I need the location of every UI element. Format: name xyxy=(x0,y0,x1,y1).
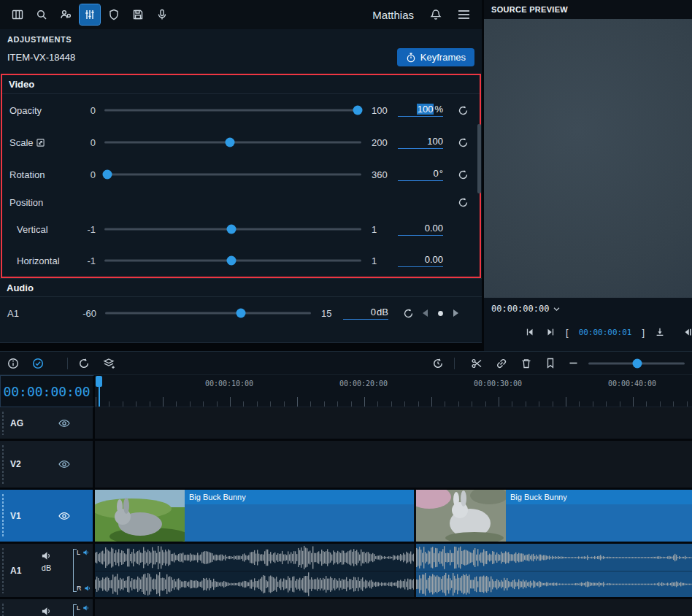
drag-handle-icon[interactable] xyxy=(1,603,4,616)
drag-handle-icon[interactable] xyxy=(1,547,4,593)
search-icon[interactable] xyxy=(31,4,52,25)
info-icon[interactable] xyxy=(7,358,19,369)
timeline-ruler[interactable]: 00:00:10:00 00:00:20:00 00:00:30:00 00:0… xyxy=(95,375,692,407)
prev-keyframe-icon[interactable] xyxy=(422,309,428,317)
user-flow-icon[interactable] xyxy=(55,4,76,25)
horizontal-input[interactable]: 0.00 xyxy=(398,254,443,267)
mic-icon[interactable] xyxy=(152,4,172,25)
opacity-slider-handle[interactable] xyxy=(353,106,362,115)
scale-row: Scale 0 200 100 xyxy=(2,126,480,158)
track-v2-lane[interactable] xyxy=(95,441,692,488)
user-name[interactable]: Matthias xyxy=(372,9,414,21)
scale-input[interactable]: 100 xyxy=(398,136,443,149)
playhead[interactable] xyxy=(96,376,102,387)
add-keyframe-icon[interactable] xyxy=(437,310,444,317)
opacity-input[interactable]: 100% xyxy=(398,104,443,117)
track-v2-visibility-eye-icon[interactable] xyxy=(58,458,70,470)
history-icon[interactable] xyxy=(432,358,444,369)
audio-a1-row: A1 -60 15 0dB xyxy=(0,297,482,329)
vertical-input[interactable]: 0.00 xyxy=(398,223,443,236)
zoom-slider-handle[interactable] xyxy=(633,358,642,368)
scale-slider-handle[interactable] xyxy=(226,138,235,147)
a1-gain-slider[interactable] xyxy=(105,307,311,319)
a1-gain-slider-handle[interactable] xyxy=(237,309,246,318)
rotation-reset-button[interactable] xyxy=(453,169,472,180)
scale-max: 200 xyxy=(372,137,398,148)
rotation-input[interactable]: 0° xyxy=(398,168,443,181)
drag-handle-icon[interactable] xyxy=(1,493,4,538)
rotation-slider[interactable] xyxy=(104,169,361,180)
scale-aspect-link-icon[interactable] xyxy=(36,139,45,147)
link-icon[interactable] xyxy=(496,358,507,369)
save-icon[interactable] xyxy=(128,4,148,25)
opacity-row: Opacity 0 100 100% xyxy=(2,94,480,126)
vertical-slider[interactable] xyxy=(104,223,361,235)
panel-scrollbar-thumb[interactable] xyxy=(477,124,481,193)
a1-gain-input[interactable]: 0dB xyxy=(343,307,388,320)
clip-1-thumbnail xyxy=(95,490,185,542)
vertical-slider-handle[interactable] xyxy=(226,225,236,234)
keyframes-button[interactable]: Keyframes xyxy=(397,48,474,66)
menu-icon[interactable] xyxy=(458,9,470,20)
horizontal-slider[interactable] xyxy=(104,255,361,266)
timeline-zoom-slider[interactable] xyxy=(588,358,685,369)
chevron-down-icon[interactable] xyxy=(553,307,560,312)
marker-flag-icon[interactable] xyxy=(545,358,555,369)
a1-max: 15 xyxy=(321,308,343,319)
go-to-in-icon[interactable] xyxy=(683,327,692,337)
audio-clip-1[interactable] xyxy=(95,544,414,597)
preview-timecode[interactable]: 00:00:00:00 xyxy=(491,304,549,314)
keyframe-nav xyxy=(422,309,474,317)
delete-icon[interactable] xyxy=(520,358,532,369)
skip-to-end-icon[interactable] xyxy=(545,327,555,337)
zoom-out-icon[interactable] xyxy=(569,358,578,368)
scale-slider[interactable] xyxy=(104,136,361,148)
position-horizontal-row: Horizontal -1 1 0.00 xyxy=(2,245,480,277)
layout-columns-icon[interactable] xyxy=(7,4,28,25)
track-a1-speaker-icon[interactable] xyxy=(41,550,52,561)
next-keyframe-icon[interactable] xyxy=(453,309,459,317)
video-clip-2[interactable]: Big Buck Bunny xyxy=(416,490,692,542)
opacity-reset-button[interactable] xyxy=(453,105,472,116)
track-a1-header[interactable]: A1 dB L R xyxy=(0,544,95,597)
audio-section-header: Audio xyxy=(0,278,482,297)
track-a2-header[interactable]: L R xyxy=(0,599,95,616)
notifications-bell-icon[interactable] xyxy=(430,9,442,20)
track-ag-lane[interactable] xyxy=(95,407,692,439)
track-a2-speaker-icon[interactable] xyxy=(41,606,52,616)
rotation-slider-handle[interactable] xyxy=(102,170,112,180)
track-a2-lane[interactable] xyxy=(95,599,692,616)
cut-icon[interactable] xyxy=(471,358,483,369)
topbar-right-cluster: Matthias xyxy=(372,9,474,21)
source-preview-title: SOURCE PREVIEW xyxy=(484,0,692,19)
db-label: dB xyxy=(42,563,51,572)
track-ag-header[interactable]: AG xyxy=(0,407,95,439)
clip-2-title: Big Buck Bunny xyxy=(506,490,692,504)
video-clip-1[interactable]: Big Buck Bunny xyxy=(95,490,414,542)
track-v2-header[interactable]: V2 xyxy=(0,441,95,488)
track-v1-visibility-eye-icon[interactable] xyxy=(58,510,70,522)
scale-reset-button[interactable] xyxy=(453,137,472,148)
item-name: ITEM-VX-18448 xyxy=(7,52,75,63)
left-channel-speaker-icon xyxy=(82,549,90,556)
badge-icon[interactable] xyxy=(104,4,124,25)
layers-add-icon[interactable] xyxy=(103,358,115,369)
track-a1-lane xyxy=(95,544,692,597)
undo-icon[interactable] xyxy=(78,358,90,369)
track-ag-visibility-eye-icon[interactable] xyxy=(58,417,70,429)
drag-handle-icon[interactable] xyxy=(1,444,4,484)
opacity-slider[interactable] xyxy=(104,104,361,116)
adjustments-icon[interactable] xyxy=(80,4,100,25)
overwrite-icon[interactable] xyxy=(655,327,665,337)
track-v1-header[interactable]: V1 xyxy=(0,490,95,542)
mark-in-bracket[interactable]: [ xyxy=(566,327,569,338)
snap-check-icon[interactable] xyxy=(32,358,44,369)
a1-reset-button[interactable] xyxy=(399,308,418,319)
position-reset-button[interactable] xyxy=(453,197,472,208)
drag-handle-icon[interactable] xyxy=(1,411,4,435)
audio-clip-2[interactable] xyxy=(416,544,692,597)
opacity-min: 0 xyxy=(74,105,96,116)
mark-out-bracket[interactable]: ] xyxy=(642,327,645,338)
skip-to-start-icon[interactable] xyxy=(525,327,535,337)
horizontal-slider-handle[interactable] xyxy=(226,256,236,266)
